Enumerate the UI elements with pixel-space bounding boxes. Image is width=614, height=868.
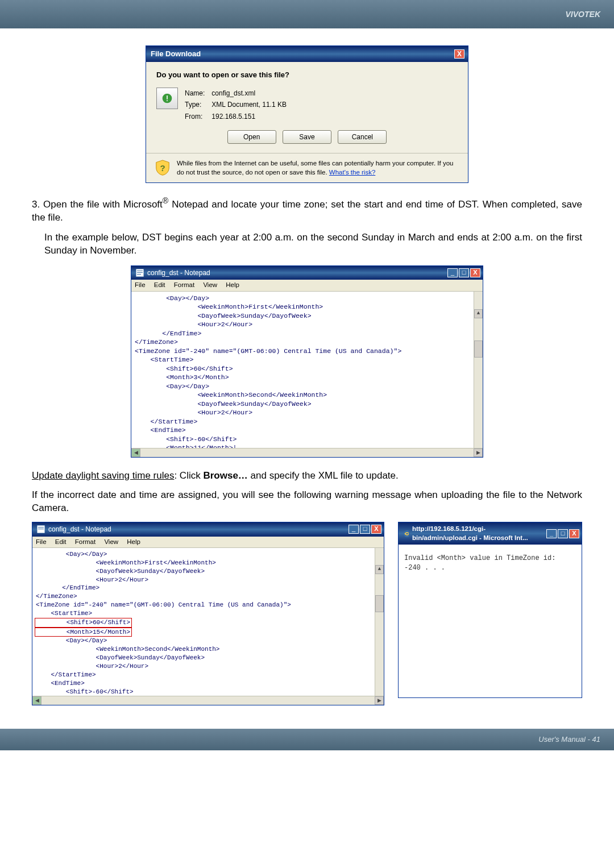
dialog-question: Do you want to open or save this file? [156,70,458,80]
vertical-scrollbar[interactable]: ▲ [474,292,483,448]
menu-file[interactable]: File [36,538,47,545]
scroll-right-icon[interactable]: ▶ [375,696,384,705]
notepad-icon [37,525,45,533]
dialog-footer: ? While files from the Internet can be u… [146,153,468,182]
svg-rect-8 [38,529,44,529]
horizontal-scrollbar[interactable]: ◀ ▶ [131,448,483,457]
maximize-icon[interactable]: □ [459,268,469,277]
maximize-icon[interactable]: □ [360,525,370,534]
step-3-text: 3. Open the file with Microsoft® Notepad… [32,196,582,225]
xml-text-2a: <Day></Day> <WeekinMonth>First</WeekinMo… [36,551,291,617]
minimize-icon[interactable]: _ [546,529,557,538]
notepad-icon [136,269,144,277]
xml-text-1: <Day></Day> <WeekinMonth>First</WeekinMo… [135,294,401,448]
menu-help[interactable]: Help [226,281,239,288]
close-icon[interactable]: X [371,525,381,534]
incorrect-warning-text: If the incorrect date and time are assig… [32,489,582,515]
footer-text: User's Manual - 41 [538,735,600,744]
close-icon[interactable]: X [569,529,579,538]
whats-the-risk-link[interactable]: What's the risk? [329,169,375,176]
shield-icon: ? [154,159,171,176]
update-prefix: Update daylight saving time rules [32,470,174,481]
save-button[interactable]: Save [283,130,331,144]
menu-format[interactable]: Format [174,281,194,288]
cancel-button[interactable]: Cancel [338,130,387,144]
notepad-content-2[interactable]: <Day></Day> <WeekinMonth>First</WeekinMo… [32,548,384,696]
ie-icon [403,530,409,538]
update-mid: : Click [174,470,203,481]
error-message: Invalid <Month> value in TimeZone id: -2… [404,554,555,571]
browser-title: http://192.168.5.121/cgi-bin/admin/uploa… [412,525,546,542]
name-value: config_dst.xml [211,89,255,97]
file-meta: Name: config_dst.xml Type: XML Document,… [185,88,287,122]
dialog-title: File Download [151,49,201,59]
horizontal-scrollbar[interactable]: ◀ ▶ [32,696,384,705]
browse-label: Browse… [203,470,247,481]
scroll-up-icon[interactable]: ▲ [375,565,384,574]
type-label: Type: [185,99,210,110]
scroll-right-icon[interactable]: ▶ [474,448,483,457]
scroll-left-icon[interactable]: ◀ [131,448,140,457]
update-dst-rules-text: Update daylight saving time rules: Click… [32,470,582,483]
menu-edit[interactable]: Edit [55,538,67,545]
svg-rect-7 [38,527,44,528]
browser-body: Invalid <Month> value in TimeZone id: -2… [399,545,582,581]
close-icon[interactable]: X [470,268,480,277]
menu-edit[interactable]: Edit [154,281,165,288]
from-value: 192.168.5.151 [211,113,255,121]
type-value: XML Document, 11.1 KB [211,101,287,109]
update-suffix: and specify the XML file to update. [248,470,399,481]
dialog-titlebar: File Download X [146,46,468,62]
vertical-scrollbar[interactable]: ▲ [375,548,384,696]
menu-format[interactable]: Format [75,538,96,545]
file-download-dialog: File Download X Do you want to open or s… [146,45,468,183]
notepad-titlebar: config_dst - Notepad _ □ X [32,522,384,536]
page-header: VIVOTEK [0,0,614,28]
close-icon[interactable]: X [454,49,464,59]
registered-mark: ® [163,196,168,205]
scroll-thumb[interactable] [474,340,483,358]
name-label: Name: [185,88,210,99]
scroll-up-icon[interactable]: ▲ [474,309,483,318]
menu-view[interactable]: View [203,281,217,288]
svg-rect-4 [137,272,143,273]
svg-rect-3 [137,271,143,271]
from-label: From: [185,111,210,122]
brand-label: VIVOTEK [566,10,600,19]
menu-help[interactable]: Help [127,538,140,545]
menu-file[interactable]: File [135,281,146,288]
notepad-window-1: config_dst - Notepad _ □ X File Edit For… [131,265,483,458]
minimize-icon[interactable]: _ [349,525,359,534]
browser-error-window: http://192.168.5.121/cgi-bin/admin/uploa… [398,522,582,698]
notepad-title: config_dst - Notepad [147,268,210,277]
minimize-icon[interactable]: _ [447,268,458,277]
svg-text:?: ? [160,163,165,173]
error-highlight-month: <Month>15</Month> [35,628,132,637]
step3-a: 3. Open the file with Microsoft [32,199,163,210]
menu-view[interactable]: View [104,538,118,545]
page-body: File Download X Do you want to open or s… [0,28,614,729]
svg-rect-5 [137,274,141,275]
notepad-menu: File Edit Format View Help [131,280,483,292]
maximize-icon[interactable]: □ [558,529,568,538]
notepad-menu: File Edit Format View Help [32,537,384,549]
notepad-window-2: config_dst - Notepad _ □ X File Edit For… [32,522,384,705]
notepad-titlebar: config_dst - Notepad _ □ X [131,266,483,280]
page-footer: User's Manual - 41 [0,729,614,750]
svg-point-9 [404,530,409,537]
notepad-content-1[interactable]: <Day></Day> <WeekinMonth>First</WeekinMo… [131,292,483,448]
xml-text-2b: <Day></Day> <WeekinMonth>Second</WeekinM… [36,637,227,696]
file-icon [156,88,178,109]
notepad-title: config_dst - Notepad [48,525,111,534]
warning-text: While files from the Internet can be use… [177,160,453,176]
step-3-example: In the example below, DST begins each ye… [32,231,582,258]
browser-titlebar: http://192.168.5.121/cgi-bin/admin/uploa… [399,522,582,545]
open-button[interactable]: Open [227,130,276,144]
scroll-thumb[interactable] [375,595,384,612]
scroll-left-icon[interactable]: ◀ [32,696,42,705]
error-highlight-shift: <Shift>60</Shift> [35,618,132,628]
